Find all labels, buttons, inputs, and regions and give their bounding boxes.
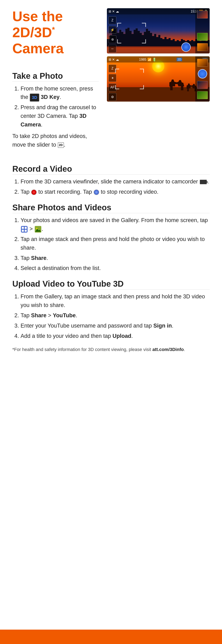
list-item: Add a title to your video and then tap U… xyxy=(20,332,210,340)
desert-cam-settings-icon[interactable]: ⚙ xyxy=(108,93,116,101)
upload-youtube-steps: From the Gallery, tap an image stack and… xyxy=(12,292,210,340)
list-item: From the 3D camera viewfinder, slide the… xyxy=(20,178,210,186)
svg-rect-4 xyxy=(25,230,27,232)
record-video-steps: From the 3D camera viewfinder, slide the… xyxy=(12,178,210,196)
list-item: Tap Share > YouTube. xyxy=(20,311,210,320)
take-photo-title: Take a Photo xyxy=(12,71,99,82)
svg-rect-1 xyxy=(22,227,24,229)
share-photos-steps: Your photos and videos are saved in the … xyxy=(12,216,210,273)
take-photo-note: To take 2D photos and videos, move the s… xyxy=(12,132,99,149)
list-item: Press and drag the carousel to center 3D… xyxy=(20,103,99,129)
list-item: Select a destination from the list. xyxy=(20,264,210,273)
record-video-title: Record a Video xyxy=(12,164,210,174)
list-item: Tap to start recording. Tap to stop reco… xyxy=(20,188,210,196)
2d-badge: 2D xyxy=(58,142,64,148)
share-photos-title: Share Photos and Videos xyxy=(12,203,210,213)
share-grid-icon xyxy=(21,226,28,232)
svg-point-6 xyxy=(36,228,38,229)
record-icon xyxy=(31,190,37,195)
footnote: *For health and safety information for 3… xyxy=(12,346,210,353)
list-item: Tap an image stack and then press and ho… xyxy=(20,235,210,252)
svg-rect-2 xyxy=(25,227,27,229)
desert-camera-thumbnail-3 xyxy=(197,91,208,99)
orange-bar xyxy=(0,630,222,644)
camera-thumbnail-2 xyxy=(197,33,208,41)
footnote-link: att.com/3Dinfo xyxy=(152,347,184,352)
list-item: Tap Share. xyxy=(20,254,210,262)
camera-capture-button[interactable] xyxy=(181,42,191,52)
svg-rect-3 xyxy=(22,230,24,232)
list-item: Your photos and videos are saved in the … xyxy=(20,216,210,234)
camera-image-city: ⊞ ✕ ☁ 1518 📶 🔋 Z ⚡ ⊛ ↔ xyxy=(107,8,210,54)
camera-switch-icon[interactable]: ↔ xyxy=(108,45,116,53)
stop-icon xyxy=(94,190,99,195)
list-item: From the home screen, press the 3D 3D Ke… xyxy=(20,84,99,102)
list-item: Enter your YouTube username and password… xyxy=(20,322,210,330)
page-title: Use the 2D/3D* Camera xyxy=(12,8,99,56)
camcorder-icon xyxy=(200,180,207,184)
desert-camera-thumbnail-2 xyxy=(197,81,208,89)
list-item: From the Gallery, tap an image stack and… xyxy=(20,292,210,310)
camera-image-desert: ⊞ ✕ ☁ 1985 📶 🔋 2D 3D Z ✶ AF ⚙ xyxy=(107,56,210,102)
camera-settings-icon[interactable]: ⊛ xyxy=(108,35,116,43)
gallery-icon xyxy=(35,226,41,232)
3d-key-badge: 3D xyxy=(30,94,39,102)
camera-thumbnail-1 xyxy=(197,11,208,18)
desert-camera-thumbnail-1 xyxy=(197,59,208,66)
camera-flash-icon[interactable]: ⚡ xyxy=(108,26,116,34)
camera-images: ⊞ ✕ ☁ 1518 📶 🔋 Z ⚡ ⊛ ↔ xyxy=(107,8,210,104)
camera-zoom-icon[interactable]: Z xyxy=(108,16,116,24)
take-photo-steps: From the home screen, press the 3D 3D Ke… xyxy=(12,84,99,129)
camera-thumbnail-3 xyxy=(197,43,208,51)
desert-capture-button[interactable] xyxy=(198,69,207,78)
upload-youtube-title: Upload Video to YouTube 3D xyxy=(12,279,210,290)
